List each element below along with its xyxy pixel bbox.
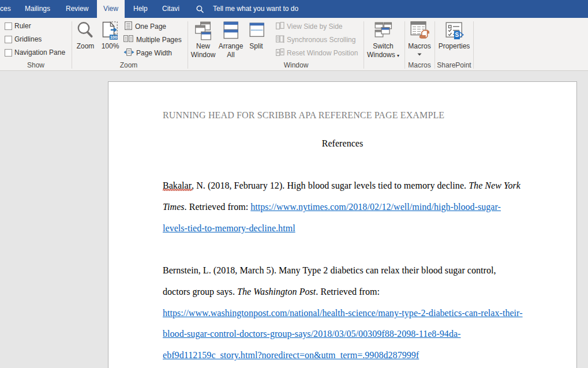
svg-text:S: S	[455, 32, 459, 38]
svg-text:100: 100	[110, 35, 118, 40]
